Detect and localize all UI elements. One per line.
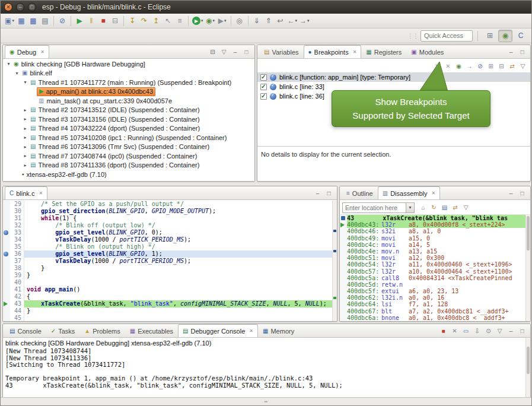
resume-icon[interactable]: ▶ xyxy=(74,15,85,27)
view-menu-icon[interactable]: ▽ xyxy=(461,203,471,212)
debug-tree-row[interactable]: ▸▤Thread #5 1073410208 (ipc1 : Running) … xyxy=(3,133,254,142)
tab-debugger-console[interactable]: ▤Debugger Console✕ xyxy=(178,324,258,337)
previous-annotation-icon[interactable]: ⇑ xyxy=(263,15,275,27)
perspective-cpp-button[interactable]: C xyxy=(514,30,528,42)
expander-icon[interactable]: ▾ xyxy=(14,71,20,76)
code-editor[interactable]: 29 /* Set the GPIO as a push/pull output… xyxy=(3,201,332,321)
dropdown-arrow-icon[interactable]: ▾ xyxy=(295,18,298,23)
expand-all-icon[interactable]: ⊞ xyxy=(486,62,496,71)
view-menu-icon[interactable]: ▽ xyxy=(219,47,229,56)
debug-tree-row[interactable]: ▾▤Thread #1 1073411772 (main : Running) … xyxy=(3,78,254,87)
expander-icon[interactable]: ▸ xyxy=(22,153,28,158)
search-icon[interactable]: ◎ xyxy=(234,15,246,27)
remove-launch-icon[interactable]: ✕ xyxy=(450,326,460,335)
close-tab-icon[interactable]: ✕ xyxy=(432,191,436,196)
window-maximize-button[interactable]: □ xyxy=(28,3,36,11)
skip-all-breakpoints-icon[interactable]: ⊘ xyxy=(56,15,68,27)
save-all-icon[interactable]: ▩ xyxy=(27,15,39,27)
maximize-icon[interactable]: □ xyxy=(517,326,527,335)
maximize-icon[interactable]: □ xyxy=(324,189,334,198)
debug-tree-row[interactable]: ▸▤Thread #3 1073413156 (IDLE) (Suspended… xyxy=(3,115,254,124)
breakpoint-dot-icon[interactable] xyxy=(4,252,8,256)
debug-tree-row[interactable]: ▸▤Thread #6 1073413096 (Tmr Svc) (Suspen… xyxy=(3,142,254,152)
debug-tree-row[interactable]: ▸▤Thread #8 1073411336 (dport) (Suspende… xyxy=(3,161,254,170)
new-wizard-icon[interactable]: ▣▾ xyxy=(4,15,15,27)
scroll-lock-icon[interactable]: ⇩ xyxy=(472,326,482,335)
collapse-all-icon[interactable]: ⊟ xyxy=(496,62,506,71)
step-over-icon[interactable]: ↷ xyxy=(138,15,150,27)
ruler-breakpoint-mark[interactable] xyxy=(333,230,336,232)
scrollbar-thumb[interactable] xyxy=(527,347,530,374)
debug-tree-row[interactable]: ▸▤Thread #4 1073432224 (dport) (Suspende… xyxy=(3,124,254,134)
step-return-icon[interactable]: ↥ xyxy=(150,15,162,27)
view-menu-icon[interactable]: ▽ xyxy=(518,62,528,71)
tab-console[interactable]: ▤Console xyxy=(5,324,46,337)
window-minimize-button[interactable]: – xyxy=(16,3,24,11)
sync-with-debug-context-icon[interactable]: ⇄ xyxy=(450,203,460,212)
dropdown-arrow-icon[interactable]: ▾ xyxy=(224,18,227,23)
toolbar-drag-handle[interactable]: ⋮⋮ xyxy=(407,33,418,39)
debug-launch-tree[interactable]: ▾◉blink checking [GDB Hardware Debugging… xyxy=(3,59,254,181)
console-output[interactable]: blink checking [GDB Hardware Debugging] … xyxy=(3,338,525,398)
dropdown-arrow-icon[interactable]: ▾ xyxy=(201,18,203,23)
skip-all-breakpoints-icon[interactable]: ⊘ xyxy=(475,62,485,71)
location-input[interactable] xyxy=(342,202,406,213)
refresh-view-icon[interactable]: ↻ xyxy=(429,203,439,212)
scrollbar-thumb[interactable] xyxy=(527,216,530,250)
expander-icon[interactable]: ▸ xyxy=(22,126,28,131)
breakpoint-enabled-checkbox[interactable] xyxy=(260,93,267,100)
expander-icon[interactable]: ▸ xyxy=(22,107,28,113)
tab-breakpoints[interactable]: ●Breakpoints✕ xyxy=(304,45,362,58)
expander-icon[interactable]: ▸ xyxy=(22,163,28,168)
tab-memory[interactable]: ▦Memory xyxy=(258,324,299,337)
go-to-file-for-breakpoint-icon[interactable]: → xyxy=(464,62,474,71)
tab-outline[interactable]: ≡Outline xyxy=(342,186,378,199)
details-sash[interactable] xyxy=(257,146,530,147)
debug-tree-row[interactable]: ▥main_task() at cpu_start.c:339 0x400d05… xyxy=(3,96,254,106)
maximize-icon[interactable]: □ xyxy=(517,47,527,56)
instruction-stepping-icon[interactable]: ≡ xyxy=(174,15,186,27)
home-icon[interactable]: ⌂ xyxy=(418,203,428,212)
expander-icon[interactable]: ▾ xyxy=(5,61,12,66)
dropdown-arrow-icon[interactable]: ▾ xyxy=(213,18,215,23)
window-close-button[interactable]: ✕ xyxy=(4,3,12,11)
debug-tree-row[interactable]: ▶app_main() at blink.c:43 0x400dbc43 xyxy=(3,87,254,97)
breakpoint-marker[interactable] xyxy=(3,229,10,236)
tab-blink-c[interactable]: Cblink.c✕ xyxy=(5,186,47,199)
console-scrollbar[interactable] xyxy=(525,338,530,398)
close-tab-icon[interactable]: ✕ xyxy=(249,328,253,334)
tab-executables[interactable]: ▦Executables xyxy=(125,324,178,337)
expander-icon[interactable]: ▸ xyxy=(22,116,28,122)
debug-tree-row[interactable]: ▾▣blink.elf xyxy=(3,69,254,78)
debug-tree-row[interactable]: ▾◉blink checking [GDB Hardware Debugging… xyxy=(3,59,254,69)
last-edit-location-icon[interactable]: ↩ xyxy=(275,15,286,27)
quick-access-input[interactable] xyxy=(420,30,473,42)
perspective-debug-button[interactable]: ◉ xyxy=(498,30,512,42)
minimize-icon[interactable]: – xyxy=(506,189,516,198)
next-annotation-icon[interactable]: ⇓ xyxy=(251,15,263,27)
ruler-current-line-mark[interactable] xyxy=(333,297,336,299)
location-dropdown-icon[interactable]: ▼ xyxy=(406,202,415,213)
minimize-icon[interactable]: – xyxy=(313,189,323,198)
run-icon[interactable]: ▶▾ xyxy=(191,15,205,27)
expander-icon[interactable]: ▸ xyxy=(22,135,28,140)
debug-tree-row[interactable]: ▸▤Thread #2 1073413512 (IDLE) (Suspended… xyxy=(3,106,254,115)
tab-registers[interactable]: ▦Registers xyxy=(361,45,406,58)
disconnect-icon[interactable]: ⊟ xyxy=(109,15,121,27)
tab-debug[interactable]: ◉Debug✕ xyxy=(5,45,49,58)
print-icon[interactable]: ▤ xyxy=(39,15,51,27)
show-source-icon[interactable]: ▤ xyxy=(439,203,450,212)
minimize-icon[interactable]: – xyxy=(506,326,516,335)
overview-ruler[interactable] xyxy=(332,201,337,321)
tab-variables[interactable]: ▤Variables xyxy=(259,45,304,58)
ruler-breakpoint-mark[interactable] xyxy=(333,250,336,252)
terminate-icon[interactable]: ■ xyxy=(438,326,448,335)
expander-icon[interactable]: ▾ xyxy=(22,80,28,85)
dropdown-arrow-icon[interactable]: ▾ xyxy=(12,18,14,23)
breakpoint-marker[interactable] xyxy=(3,250,10,258)
breakpoint-enabled-checkbox[interactable] xyxy=(260,74,267,81)
save-icon[interactable]: ▦ xyxy=(15,15,27,27)
debug-tree-row[interactable]: ▪xtensa-esp32-elf-gdb (7.10) xyxy=(3,170,254,179)
link-with-debug-view-icon[interactable]: ⇄ xyxy=(507,62,517,71)
dropdown-arrow-icon[interactable]: ▾ xyxy=(307,18,310,23)
